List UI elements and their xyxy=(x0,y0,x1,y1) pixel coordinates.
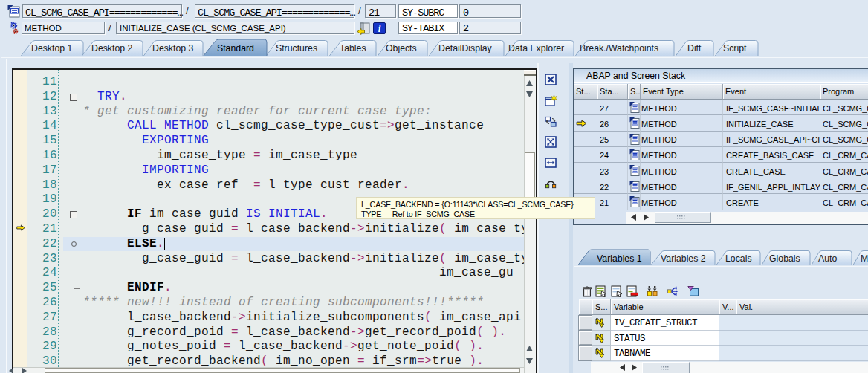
svg-text:Diff: Diff xyxy=(687,43,702,53)
svg-text:Break./Watchpoints: Break./Watchpoints xyxy=(580,43,658,53)
svg-text:Standard: Standard xyxy=(217,43,254,53)
svg-text:Data Explorer: Data Explorer xyxy=(508,43,564,53)
svg-text:Desktop 2: Desktop 2 xyxy=(91,43,133,53)
svg-text:Locals: Locals xyxy=(725,253,752,264)
svg-text:Auto: Auto xyxy=(818,253,837,264)
svg-text:Objects: Objects xyxy=(386,43,417,53)
svg-text:Script: Script xyxy=(723,43,747,53)
svg-text:More: More xyxy=(861,253,868,264)
svg-text:Variables 2: Variables 2 xyxy=(661,253,706,264)
svg-text:Structures: Structures xyxy=(276,43,317,53)
svg-text:Variables 1: Variables 1 xyxy=(597,253,642,264)
svg-text:i: i xyxy=(378,23,381,34)
svg-text:DetailDisplay: DetailDisplay xyxy=(438,43,493,53)
svg-text:Desktop 3: Desktop 3 xyxy=(152,43,194,53)
svg-text:Tables: Tables xyxy=(340,43,366,53)
svg-text:Globals: Globals xyxy=(769,253,800,264)
svg-text:Desktop 1: Desktop 1 xyxy=(31,43,73,53)
